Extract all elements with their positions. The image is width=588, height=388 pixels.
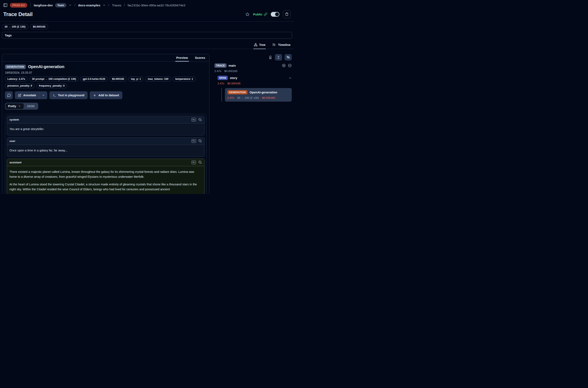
star-icon[interactable]: [245, 12, 249, 17]
annotate-dropdown-button[interactable]: [40, 91, 47, 99]
comment-icon: [7, 93, 11, 97]
message-role: system: [9, 118, 19, 121]
breadcrumb-traces[interactable]: Traces: [112, 3, 121, 7]
metrics-toggle-button[interactable]: %: [285, 54, 292, 60]
pretty-label: Pretty: [8, 104, 16, 108]
markdown-toggle-icon[interactable]: [192, 118, 196, 121]
toggle-knob: [275, 12, 279, 16]
span-latency: 2.47s: [218, 82, 224, 85]
assistant-paragraph: At the heart of Lumina stood the towerin…: [9, 182, 202, 192]
public-label: Public: [253, 13, 262, 16]
award-icon[interactable]: [268, 55, 272, 59]
presence-penalty-badge: presence_penalty: 0: [5, 83, 35, 88]
generation-badge: GENERATION: [227, 90, 248, 95]
zoom-in-icon[interactable]: [282, 64, 286, 68]
percent-icon: %: [287, 55, 290, 59]
generation-metrics: 2.47s 30 → 100 (Σ 130) $0.000165: [227, 96, 290, 99]
chevron-down-icon[interactable]: [69, 4, 72, 7]
sparkles-icon: [18, 104, 21, 108]
breadcrumb-project[interactable]: docs-examples: [78, 3, 100, 7]
trace-cost: $0.000165: [224, 70, 237, 73]
public-toggle[interactable]: [271, 12, 279, 17]
actions-row: Annotate Test in playground Add to datas…: [5, 91, 206, 99]
tree-node-generation-selected[interactable]: GENERATION OpenAI-generation 2.47s 30 → …: [225, 88, 292, 102]
trace-tree-sidebar: % TRACE main 2.47s $0.000165 SPAN story: [214, 54, 292, 102]
token-usage-badge: 30 prompt → 100 completion (Σ 130): [29, 76, 79, 81]
sidebar-toggle-icon[interactable]: [3, 3, 8, 7]
chevron-down-icon[interactable]: [103, 4, 106, 7]
tree-node-trace[interactable]: TRACE main: [214, 63, 292, 68]
add-to-dataset-button[interactable]: Add to dataset: [90, 91, 122, 99]
latency-badge: Latency: 2.47s: [5, 76, 27, 81]
tab-tree[interactable]: Tree: [253, 42, 266, 49]
observation-type-badge: GENERATION: [5, 65, 26, 69]
trace-badge: TRACE: [214, 63, 226, 68]
playground-label: Test in playground: [58, 94, 85, 97]
generation-tokens: 30 → 100 (Σ 130): [237, 96, 259, 99]
max-tokens-badge: max_tokens: 100: [145, 76, 171, 81]
format-json-segment[interactable]: JSON: [24, 103, 38, 109]
zoom-out-icon[interactable]: [288, 64, 292, 68]
trace-token-badge: 30 → 100 (Σ 130): [2, 24, 28, 29]
tab-timeline[interactable]: Timeline: [272, 42, 291, 49]
trash-icon: [285, 12, 289, 16]
markdown-toggle-icon[interactable]: [192, 161, 196, 164]
add-to-dataset-label: Add to dataset: [98, 94, 119, 97]
panel-tabs: Preview Scores: [2, 54, 209, 62]
observation-timestamp: 19/03/2024, 15:25:37: [5, 71, 206, 74]
span-cost: $0.000165: [227, 82, 241, 85]
observation-panel: Preview Scores GENERATION OpenAI-generat…: [2, 54, 209, 194]
view-tabs: Tree Timeline: [0, 42, 294, 49]
test-in-playground-button[interactable]: Test in playground: [49, 91, 88, 99]
public-link[interactable]: Public: [253, 13, 267, 16]
copy-icon[interactable]: [199, 139, 202, 143]
environment-badge: PROD-EU: [10, 3, 27, 8]
temperature-badge: temperature: 1: [173, 76, 196, 81]
format-toggle: Pretty JSON: [5, 103, 38, 110]
tags-box[interactable]: Tags: [2, 32, 292, 39]
generation-cost: $0.000165: [262, 96, 275, 99]
collapse-all-button[interactable]: [275, 54, 282, 60]
content-area: Preview Scores GENERATION OpenAI-generat…: [0, 49, 294, 194]
markdown-toggle-icon[interactable]: [192, 139, 196, 143]
tab-timeline-label: Timeline: [278, 43, 291, 47]
breadcrumb-separator: /: [74, 3, 76, 7]
annotate-label: Annotate: [23, 94, 36, 97]
page-header: Trace Detail Public: [0, 9, 294, 21]
copy-icon[interactable]: [199, 161, 202, 164]
breadcrumb-separator: /: [124, 3, 125, 7]
span-name: story: [230, 76, 237, 80]
breadcrumb-org[interactable]: langfuse-dev: [34, 3, 53, 7]
tab-preview[interactable]: Preview: [176, 54, 188, 61]
annotate-button[interactable]: Annotate: [15, 91, 39, 99]
fold-vertical-icon: [277, 55, 280, 59]
tree-icon: [254, 43, 258, 47]
trace-latency: 2.47s: [214, 70, 221, 73]
copy-icon[interactable]: [199, 118, 202, 121]
frequency-penalty-badge: frequency_penalty: 0: [36, 83, 67, 88]
tree-node-span[interactable]: SPAN story: [218, 76, 292, 80]
breadcrumb-trace-id: fac231bc-90ee-490a-aa32-78c4269474e3: [128, 3, 185, 7]
org-type-badge: Team: [55, 3, 67, 7]
span-metrics: 2.47s $0.000165: [218, 82, 292, 85]
trace-name: main: [229, 64, 236, 67]
top-p-badge: top_p: 1: [129, 76, 143, 81]
message-content: There existed a majestic planet called L…: [7, 166, 204, 194]
observation-title: OpenAI-generation: [28, 64, 64, 69]
terminal-icon: [53, 94, 56, 97]
topbar: PROD-EU langfuse-dev Team / docs-example…: [0, 0, 294, 9]
tags-label: Tags: [5, 34, 12, 37]
annotate-icon: [18, 94, 21, 97]
chevron-down-icon: [42, 94, 45, 97]
tab-scores[interactable]: Scores: [195, 54, 205, 61]
format-pretty-segment[interactable]: Pretty: [5, 103, 24, 109]
message-user: user Once upon a time in a galaxy far, f…: [7, 137, 204, 157]
comment-button[interactable]: [5, 91, 13, 99]
message-content: You are a great storyteller.: [7, 123, 204, 135]
observation-badges: Latency: 2.47s 30 prompt → 100 completio…: [5, 76, 203, 88]
breadcrumb-separator: /: [108, 3, 110, 7]
delete-trace-button[interactable]: [283, 10, 291, 18]
annotate-split-button: Annotate: [15, 91, 47, 99]
collapse-node-icon[interactable]: [289, 76, 292, 80]
message-assistant: assistant There existed a majestic plane…: [7, 159, 204, 194]
